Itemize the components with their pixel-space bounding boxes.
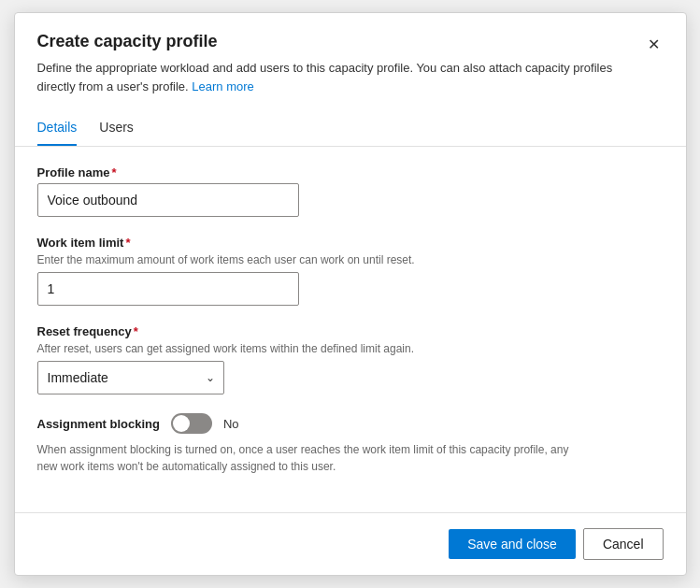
learn-more-link[interactable]: Learn more <box>192 79 253 93</box>
tab-bar: Details Users <box>15 110 686 147</box>
profile-name-group: Profile name* <box>37 165 664 217</box>
assignment-blocking-row: Assignment blocking No <box>37 413 664 434</box>
assignment-blocking-label: Assignment blocking <box>37 417 160 431</box>
modal-footer: Save and close Cancel <box>15 512 686 575</box>
work-item-limit-group: Work item limit* Enter the maximum amoun… <box>37 236 664 306</box>
reset-frequency-select[interactable]: Immediate Daily Weekly Monthly <box>37 361 224 394</box>
close-button[interactable]: ✕ <box>644 32 664 57</box>
create-capacity-profile-modal: Create capacity profile Define the appro… <box>14 12 687 576</box>
reset-frequency-hint: After reset, users can get assigned work… <box>37 342 664 355</box>
assignment-blocking-status: No <box>223 417 239 431</box>
assignment-blocking-toggle[interactable] <box>171 413 212 434</box>
work-item-limit-hint: Enter the maximum amount of work items e… <box>37 253 664 266</box>
modal-title: Create capacity profile <box>37 32 629 51</box>
profile-name-required: * <box>112 165 117 179</box>
work-item-limit-label: Work item limit* <box>37 236 664 250</box>
profile-name-label: Profile name* <box>37 165 664 179</box>
reset-frequency-select-wrapper: Immediate Daily Weekly Monthly ⌄ <box>37 361 224 394</box>
tab-details[interactable]: Details <box>37 110 78 146</box>
reset-frequency-label: Reset frequency* <box>37 324 664 338</box>
reset-frequency-required: * <box>134 324 138 338</box>
tab-users[interactable]: Users <box>99 110 134 146</box>
assignment-blocking-group: Assignment blocking No When assignment b… <box>37 413 664 475</box>
header-content: Create capacity profile Define the appro… <box>37 32 629 95</box>
save-and-close-button[interactable]: Save and close <box>449 529 576 559</box>
modal-body: Profile name* Work item limit* Enter the… <box>15 147 686 512</box>
work-item-limit-required: * <box>125 236 130 250</box>
cancel-button[interactable]: Cancel <box>583 528 664 560</box>
profile-name-input[interactable] <box>37 183 299 217</box>
modal-description: Define the appropriate workload and add … <box>37 59 629 95</box>
work-item-limit-input[interactable] <box>37 272 299 306</box>
modal-header: Create capacity profile Define the appro… <box>15 13 686 95</box>
assignment-blocking-description: When assignment blocking is turned on, o… <box>37 441 579 475</box>
toggle-knob <box>173 415 190 432</box>
reset-frequency-group: Reset frequency* After reset, users can … <box>37 324 664 394</box>
